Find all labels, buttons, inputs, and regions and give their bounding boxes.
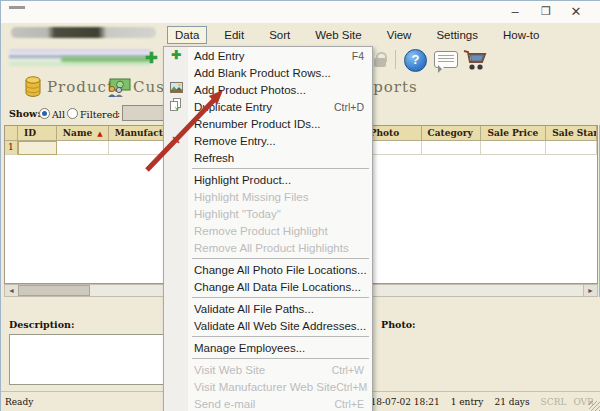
customers-icon [105, 76, 131, 102]
window-icon-blurred [9, 6, 25, 9]
status-days: 21 days [494, 397, 529, 407]
menu-bar: DataEditSortWeb SiteViewSettingsHow-to [1, 23, 600, 46]
menu-bar-items: DataEditSortWeb SiteViewSettingsHow-to [167, 23, 547, 46]
status-entry-count: 1 entry [451, 397, 484, 407]
menu-item-highlight-missing-files: Highlight Missing Files [164, 188, 372, 205]
status-right: 2018-07-02 18:21 1 entry 21 days SCRLOVR… [359, 397, 600, 407]
menu-item-add-entry[interactable]: ✚Add EntryF4 [164, 47, 372, 64]
duplicate-icon [168, 98, 184, 116]
menubar-item-sort[interactable]: Sort [261, 26, 298, 44]
column-header-id[interactable]: ID [18, 126, 57, 141]
radio-all[interactable] [39, 108, 50, 119]
column-header-blank [5, 126, 18, 141]
menu-item-visit-manufacturer-web-site: Visit Manufacturer Web SiteCtrl+M [164, 378, 372, 395]
help-icon[interactable]: ? [404, 49, 427, 72]
toolbar-separator [395, 50, 396, 69]
lock-indicator-scrl: SCRL [541, 397, 567, 407]
description-label: Description: [9, 319, 74, 330]
add-entry-icon[interactable]: ✚ [145, 49, 158, 67]
menu-item-remove-entry[interactable]: ✕Remove Entry... [164, 132, 372, 149]
redacted-toolbar-controls-2 [61, 57, 151, 62]
photo-icon [168, 82, 184, 98]
shopping-cart-icon[interactable] [462, 49, 488, 76]
menubar-item-how-to[interactable]: How-to [495, 26, 547, 44]
grid-cell[interactable] [57, 141, 109, 155]
radio-all-label: All [52, 109, 65, 120]
grid-cell[interactable] [18, 141, 57, 155]
menubar-item-edit[interactable]: Edit [216, 26, 252, 44]
redacted-menu-items [11, 27, 156, 38]
close-button[interactable]: ✕ [564, 1, 588, 23]
menubar-item-web-site[interactable]: Web Site [307, 26, 369, 44]
menu-item-highlight-today: Highlight "Today" [164, 205, 372, 222]
show-label: Show: [9, 108, 41, 119]
resize-grip[interactable] [589, 401, 600, 411]
photo-label: Photo: [381, 319, 416, 330]
row-number-cell: 1 [5, 141, 18, 155]
filter-colon: : [117, 108, 120, 119]
menu-item-duplicate-entry[interactable]: Duplicate EntryCtrl+D [164, 98, 372, 115]
menu-item-remove-all-product-highlights: Remove All Product Highlights [164, 239, 372, 256]
menu-item-highlight-product[interactable]: Highlight Product... [164, 171, 372, 188]
filter-input[interactable] [122, 105, 168, 121]
menu-item-add-product-photos[interactable]: Add Product Photos... [164, 81, 372, 98]
menu-item-validate-all-web-site-addresses[interactable]: Validate All Web Site Addresses... [164, 317, 372, 334]
menu-item-send-e-mail: Send e-mailCtrl+E [164, 395, 372, 411]
add-icon: ✚ [168, 47, 184, 64]
column-header-category[interactable]: Category [422, 126, 482, 141]
grid-cell[interactable] [422, 141, 482, 155]
status-ready: Ready [5, 397, 33, 407]
scroll-left-arrow[interactable]: ◄ [5, 285, 19, 296]
radio-filtered-label: Filtered [80, 109, 118, 120]
minimize-button[interactable]: – [503, 1, 527, 23]
sort-ascending-icon: ▲ [97, 129, 102, 138]
menu-item-remove-product-highlight: Remove Product Highlight [164, 222, 372, 239]
scroll-right-arrow[interactable]: ► [583, 285, 597, 296]
menu-item-refresh[interactable]: Refresh [164, 149, 372, 166]
menu-item-change-all-data-file-locations[interactable]: Change All Data File Locations... [164, 278, 372, 295]
app-window: – ❒ ✕ DataEditSortWeb SiteViewSettingsHo… [0, 0, 600, 411]
menu-item-renumber-product-ids[interactable]: Renumber Product IDs... [164, 115, 372, 132]
column-header-sale-price[interactable]: Sale Price [481, 126, 546, 141]
column-header-sale-start[interactable]: Sale Start [546, 126, 597, 141]
disabled-lock-icon [373, 50, 388, 68]
menubar-item-settings[interactable]: Settings [428, 26, 486, 44]
grid-cell[interactable] [481, 141, 546, 155]
menubar-item-view[interactable]: View [379, 26, 420, 44]
column-header-name[interactable]: Name▲ [57, 126, 109, 141]
database-icon [23, 76, 43, 102]
menu-item-manage-employees[interactable]: Manage Employees... [164, 339, 372, 356]
maximize-button[interactable]: ❒ [534, 1, 558, 23]
menu-item-add-blank-product-rows[interactable]: Add Blank Product Rows... [164, 64, 372, 81]
grid-cell[interactable] [546, 141, 597, 155]
menu-item-validate-all-file-paths[interactable]: Validate All File Paths... [164, 300, 372, 317]
scrollbar-thumb[interactable] [18, 285, 90, 296]
radio-filtered[interactable] [67, 108, 78, 119]
feedback-bubble-icon[interactable] [434, 51, 458, 68]
menu-item-visit-web-site: Visit Web SiteCtrl+W [164, 361, 372, 378]
data-menu-dropdown: ✚Add EntryF4Add Blank Product Rows...Add… [163, 46, 373, 411]
menubar-item-data[interactable]: Data [167, 26, 207, 44]
remove-icon: ✕ [168, 132, 184, 149]
title-bar: – ❒ ✕ [1, 1, 600, 24]
menu-item-change-all-photo-file-locations[interactable]: Change All Photo File Locations... [164, 261, 372, 278]
